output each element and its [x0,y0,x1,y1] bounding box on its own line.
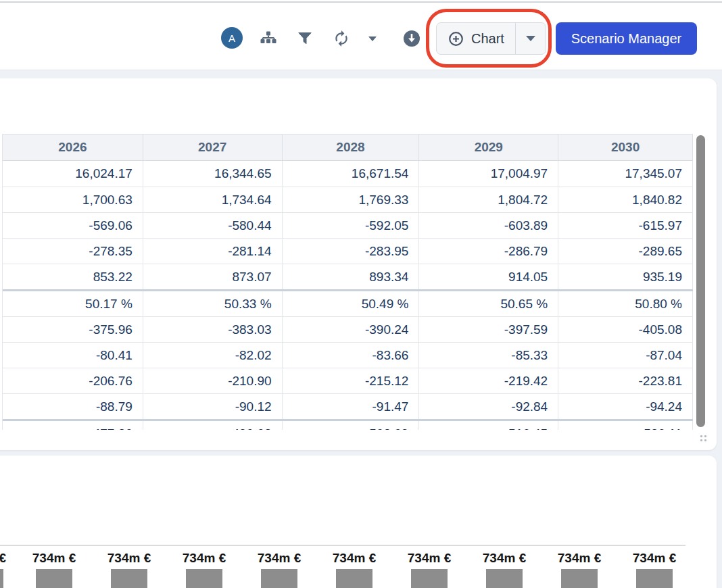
avatar-letter: A [228,32,235,44]
bar-value-label: 734m € [464,550,545,566]
grid-cell[interactable]: -375.96 [3,317,143,342]
grid-cell[interactable]: -286.79 [419,239,558,264]
grid-cell[interactable]: 503.09 [283,421,420,430]
grid-cell[interactable]: -397.59 [419,317,558,342]
year-column-header[interactable]: 2026 [3,134,143,160]
grid-cell[interactable]: -215.12 [283,368,420,393]
grid-cell[interactable]: 490.03 [143,421,283,430]
bar[interactable] [486,569,523,588]
grid-cell[interactable]: -83.66 [283,343,420,368]
data-grid: 20262027202820292030 16,024.1716,344.651… [2,134,693,430]
grid-cell[interactable]: 516.45 [419,421,558,430]
grid-cell[interactable]: 1,700.63 [3,187,143,212]
grid-cell[interactable]: -580.44 [143,213,283,238]
grid-cell[interactable]: -80.41 [3,343,143,368]
grid-cell[interactable]: -405.08 [558,317,693,342]
grid-cell[interactable]: 914.05 [419,264,558,289]
table-row: -569.06-580.44-592.05-603.89-615.97 [3,212,693,238]
grid-cell[interactable]: 873.07 [143,264,283,289]
bar[interactable] [636,569,673,588]
bar[interactable] [0,569,3,588]
grid-cell[interactable]: -278.35 [3,239,143,264]
grid-cell[interactable]: 893.34 [283,264,420,289]
grid-cell[interactable]: 1,840.82 [558,187,693,212]
grid-cell[interactable]: 16,671.54 [283,161,420,187]
grid-cell[interactable]: 17,345.07 [558,161,693,187]
grid-cell[interactable]: -383.03 [143,317,283,342]
add-chart-button[interactable]: Chart [437,23,515,54]
grid-cell[interactable]: -210.90 [143,368,283,393]
grid-cell[interactable]: -92.84 [419,394,558,419]
bar[interactable] [261,569,297,588]
bar-value-label: 734m € [539,550,620,566]
grid-cell[interactable]: 50.33 % [143,291,283,316]
download-icon[interactable] [403,30,420,47]
vertical-scrollbar[interactable] [696,135,705,427]
bar[interactable] [36,569,72,588]
avatar[interactable]: A [221,27,243,49]
bar-value-label: 734m € [0,550,6,566]
grid-cell[interactable]: -592.05 [283,213,420,238]
year-column-header[interactable]: 2029 [419,134,558,160]
bar-value-label: 734m € [239,550,320,566]
grid-cell[interactable]: -91.47 [283,394,420,419]
grid-cell[interactable]: -223.81 [558,368,693,393]
grid-cell[interactable]: 477.26 [3,421,143,430]
grid-cell[interactable]: 50.80 % [558,291,693,316]
bar[interactable] [111,569,147,588]
caret-down-icon [526,36,535,41]
table-row: 16,024.1716,344.6516,671.5417,004.9717,3… [3,161,693,187]
grid-cell[interactable]: -390.24 [283,317,420,342]
filter-icon[interactable] [298,32,312,45]
grid-cell[interactable]: -289.65 [558,239,693,264]
grid-cell[interactable]: 853.22 [3,264,143,289]
bar[interactable] [411,569,448,588]
grid-cell[interactable]: 17,004.97 [419,161,558,187]
grid-cell[interactable]: -219.42 [419,368,558,393]
table-row: 1,700.631,734.641,769.331,804.721,840.82 [3,187,693,212]
grid-cell[interactable]: -206.76 [3,368,143,393]
grid-cell[interactable]: -603.89 [419,213,558,238]
table-panel: 20262027202820292030 16,024.1716,344.651… [0,78,717,450]
bar[interactable] [336,569,372,588]
bar-value-label: 734m € [14,550,95,566]
grid-cell[interactable]: 50.65 % [419,291,558,316]
year-column-header[interactable]: 2030 [558,134,693,160]
scenario-manager-button[interactable]: Scenario Manager [556,22,697,55]
grid-cell[interactable]: -281.14 [143,239,283,264]
refresh-dropdown-caret-icon[interactable] [368,36,377,41]
grid-cell[interactable]: -615.97 [558,213,693,238]
chart-dropdown-button[interactable] [515,23,546,54]
grid-cell[interactable]: -94.24 [558,394,693,419]
grid-cell[interactable]: 50.17 % [3,291,143,316]
grid-cell[interactable]: -87.04 [558,343,693,368]
year-column-header[interactable]: 2027 [143,134,283,160]
table-row: -88.79-90.12-91.47-92.84-94.24 [3,393,693,419]
table-row: -206.76-210.90-215.12-219.42-223.81 [3,368,693,393]
grid-cell[interactable]: -569.06 [3,213,143,238]
grid-cell[interactable]: 50.49 % [283,291,420,316]
topbar: A [0,0,722,70]
grid-cell[interactable]: -82.02 [143,343,283,368]
grid-cell[interactable]: 16,024.17 [3,161,143,187]
year-column-header[interactable]: 2028 [283,134,420,160]
scrollbar-thumb[interactable] [696,135,705,427]
grid-cell[interactable]: 16,344.65 [143,161,283,187]
bar[interactable] [186,569,222,588]
resize-handle-icon[interactable] [700,435,707,442]
bar-value-label: 734m € [164,550,245,566]
bar[interactable] [561,569,598,588]
grid-cell[interactable]: 530.11 [558,421,693,430]
sitemap-icon[interactable] [260,31,276,46]
chart-button-group: Chart [436,22,546,55]
grid-cell[interactable]: 935.19 [558,264,693,289]
grid-cell[interactable]: -88.79 [3,394,143,419]
grid-cell[interactable]: -90.12 [143,394,283,419]
grid-cell[interactable]: 1,769.33 [283,187,420,212]
refresh-icon[interactable] [333,30,350,47]
grid-cell[interactable]: -85.33 [419,343,558,368]
grid-cell[interactable]: 1,804.72 [419,187,558,212]
table-row: 853.22873.07893.34914.05935.19 [3,264,693,289]
grid-cell[interactable]: 1,734.64 [143,187,283,212]
grid-cell[interactable]: -283.95 [283,239,420,264]
